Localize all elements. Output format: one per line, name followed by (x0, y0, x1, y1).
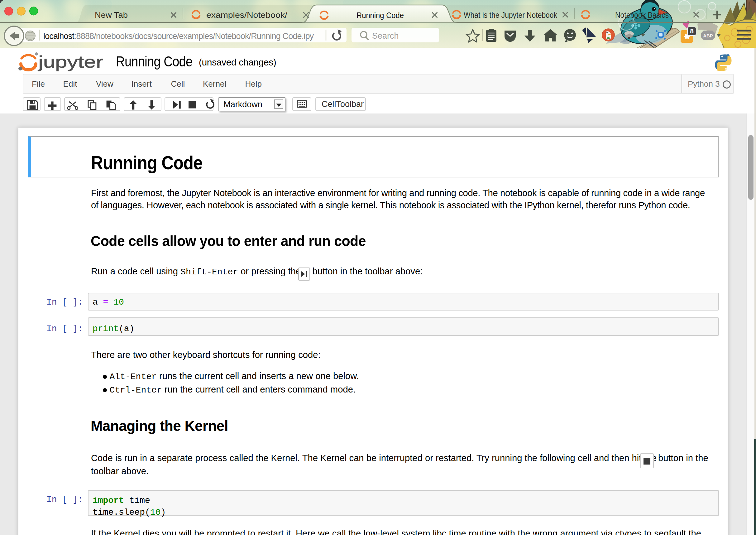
svg-text:What is the Jupyter Notebook: What is the Jupyter Notebook (464, 10, 557, 20)
svg-text:jupyter: jupyter (38, 52, 103, 71)
svg-text:ABP: ABP (703, 33, 713, 38)
svg-text:Search: Search (372, 31, 399, 41)
svg-text:localhost:8888/notebooks/docs/: localhost:8888/notebooks/docs/source/exa… (43, 32, 314, 41)
svg-text:Running Code: Running Code (357, 11, 404, 20)
svg-text:Notebook Basics: Notebook Basics (615, 10, 669, 20)
svg-text:New Tab: New Tab (95, 10, 128, 20)
svg-text:examples/Notebook/: examples/Notebook/ (206, 10, 288, 20)
svg-text:8: 8 (690, 27, 694, 35)
